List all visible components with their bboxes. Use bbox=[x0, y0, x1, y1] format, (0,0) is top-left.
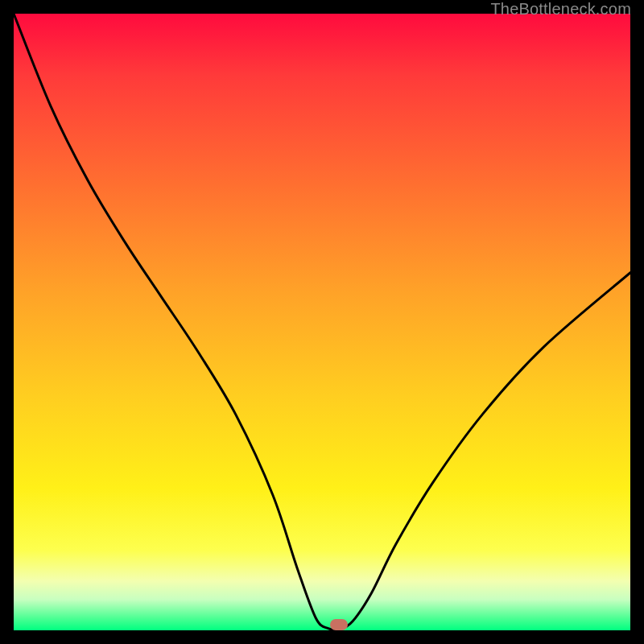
chart-frame: TheBottleneck.com bbox=[0, 0, 644, 644]
bottleneck-curve bbox=[14, 14, 630, 630]
optimal-marker bbox=[330, 619, 348, 630]
watermark-text: TheBottleneck.com bbox=[490, 0, 631, 19]
plot-area bbox=[14, 14, 630, 630]
